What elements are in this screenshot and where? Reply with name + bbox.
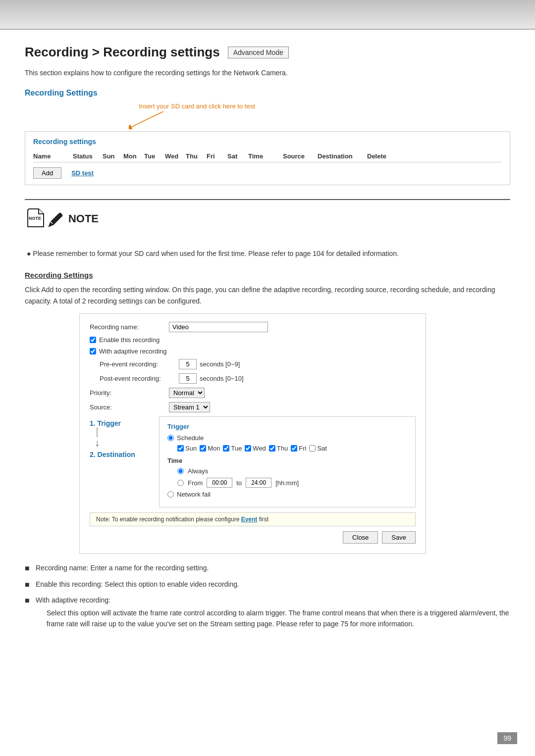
priority-select[interactable]: Normal High Low <box>169 388 205 398</box>
priority-row: Priority: Normal High Low <box>90 388 416 398</box>
bullet-sub-text-2: Select this option will activate the fra… <box>47 607 510 630</box>
day-sat-label: Sat <box>317 445 327 452</box>
svg-text:NOTE: NOTE <box>29 216 41 221</box>
recording-settings-heading: Recording Settings <box>25 271 510 279</box>
recording-name-label: Recording name: <box>90 323 169 331</box>
from-to-radio[interactable] <box>177 480 184 486</box>
enable-recording-label: Enable this recording <box>99 336 160 344</box>
col-fri-header: Fri <box>207 152 227 160</box>
bullet-main-2: With adaptive recording: <box>36 596 110 604</box>
form-footer: Close Save <box>90 531 416 544</box>
note-text: ● Please remember to format your SD card… <box>25 248 510 259</box>
day-mon: Mon <box>200 445 220 452</box>
bullet-sym-1: ■ <box>25 579 32 590</box>
svg-line-0 <box>129 111 163 128</box>
day-sun-checkbox[interactable] <box>177 445 184 452</box>
recording-settings-section-title: Recording Settings <box>25 89 510 98</box>
sd-test-button[interactable]: SD test <box>71 169 94 177</box>
day-mon-checkbox[interactable] <box>200 445 206 452</box>
sd-test-arrow-svg <box>129 111 168 129</box>
post-event-label: Post-event recording: <box>100 375 179 382</box>
from-to-row: From to [hh:mm] <box>177 478 407 488</box>
recording-settings-box: Recording settings Name Status Sun Mon T… <box>25 131 510 185</box>
col-sun-header: Sun <box>103 152 123 160</box>
day-tue-checkbox[interactable] <box>223 445 229 452</box>
from-label: From <box>188 479 203 487</box>
col-thu-header: Thu <box>186 152 207 160</box>
bullet-item-1: ■ Enable this recording: Select this opt… <box>25 579 510 590</box>
always-radio-row: Always <box>177 467 407 475</box>
pre-event-row: Pre-event recording: seconds [0~9] <box>100 359 416 369</box>
to-time-input[interactable] <box>246 478 271 488</box>
recording-form-panel: Recording name: Enable this recording Wi… <box>79 313 426 554</box>
network-fail-label: Network fail <box>177 491 211 498</box>
schedule-radio[interactable] <box>167 435 174 441</box>
day-wed-checkbox[interactable] <box>245 445 251 452</box>
bullet-sym-2: ■ <box>25 595 32 606</box>
table-actions: Add SD test <box>33 167 502 179</box>
arrow-down-icon: ↓ <box>95 437 100 449</box>
post-event-input[interactable] <box>179 373 197 384</box>
note-label: NOTE <box>68 212 99 225</box>
time-unit: [hh:mm] <box>275 479 299 487</box>
add-button[interactable]: Add <box>33 167 61 179</box>
recording-name-input[interactable] <box>169 322 268 332</box>
note-bar: Note: To enable recording notification p… <box>90 512 416 526</box>
network-fail-radio[interactable] <box>167 491 174 498</box>
page-header: Recording > Recording settings Advanced … <box>25 45 510 60</box>
bullet-text-1: Enable this recording: Select this optio… <box>36 579 239 590</box>
source-label: Source: <box>90 403 169 411</box>
adaptive-recording-row: With adaptive recording <box>90 348 416 355</box>
source-row: Source: Stream 1 Stream 2 <box>90 402 416 412</box>
close-button[interactable]: Close <box>343 531 378 544</box>
day-mon-label: Mon <box>208 445 220 452</box>
bullet-item-0: ■ Recording name: Enter a name for the r… <box>25 563 510 574</box>
always-label: Always <box>188 467 208 475</box>
table-header: Name Status Sun Mon Tue Wed Thu Fri Sat … <box>33 151 502 162</box>
from-time-input[interactable] <box>207 478 232 488</box>
day-wed: Wed <box>245 445 266 452</box>
note-section: NOTE NOTE <box>25 199 510 234</box>
source-select[interactable]: Stream 1 Stream 2 <box>169 402 210 412</box>
col-mon-header: Mon <box>123 152 144 160</box>
day-wed-label: Wed <box>253 445 266 452</box>
page-title: Recording > Recording settings <box>25 45 220 60</box>
day-thu-checkbox[interactable] <box>269 445 275 452</box>
col-tue-header: Tue <box>144 152 165 160</box>
recording-settings-inner-title: Recording settings <box>33 138 502 146</box>
day-tue: Tue <box>223 445 242 452</box>
col-sat-header: Sat <box>227 152 248 160</box>
pre-event-input[interactable] <box>179 359 197 369</box>
advanced-mode-badge: Advanced Mode <box>228 47 289 58</box>
day-sat: Sat <box>309 445 327 452</box>
left-step-panel: 1. Trigger ↓ 2. Destination <box>90 416 159 507</box>
event-link[interactable]: Event <box>241 516 258 523</box>
destination-step-label: 2. Destination <box>90 451 135 458</box>
day-sat-checkbox[interactable] <box>309 445 316 452</box>
save-button[interactable]: Save <box>382 531 416 544</box>
schedule-label: Schedule <box>177 434 204 442</box>
day-sun-label: Sun <box>185 445 197 452</box>
enable-recording-checkbox[interactable] <box>90 337 96 343</box>
day-tue-label: Tue <box>231 445 242 452</box>
pre-event-label: Pre-event recording: <box>100 360 179 368</box>
priority-label: Priority: <box>90 389 169 397</box>
to-label: to <box>236 479 242 487</box>
connector-line <box>97 427 98 437</box>
intro-text: This section explains how to configure t… <box>25 69 510 77</box>
col-wed-header: Wed <box>165 152 186 160</box>
col-time-header: Time <box>248 152 283 160</box>
days-row: Sun Mon Tue Wed <box>177 445 407 452</box>
body-text: Click Add to open the recording setting … <box>25 284 510 306</box>
time-section-title: Time <box>167 457 407 464</box>
day-fri-checkbox[interactable] <box>291 445 297 452</box>
day-fri-label: Fri <box>299 445 306 452</box>
day-thu-label: Thu <box>277 445 288 452</box>
note-bar-suffix: first <box>259 516 268 523</box>
bullets-section: ■ Recording name: Enter a name for the r… <box>25 563 510 630</box>
bullet-sym-0: ■ <box>25 563 32 574</box>
post-event-row: Post-event recording: seconds [0~10] <box>100 373 416 384</box>
always-radio[interactable] <box>177 468 184 474</box>
adaptive-recording-checkbox[interactable] <box>90 348 96 354</box>
col-delete-header: Delete <box>367 152 397 160</box>
